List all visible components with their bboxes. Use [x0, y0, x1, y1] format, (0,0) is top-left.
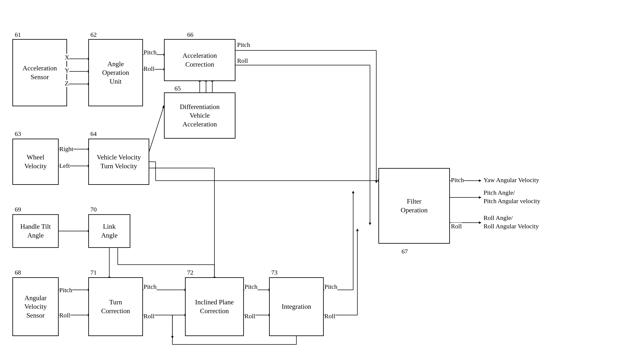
svg-marker-65 — [479, 196, 482, 199]
diagram-container: AccelerationSensor AngleOperationUnit Ac… — [0, 0, 621, 364]
output-roll-angle: Roll Angle/ — [483, 214, 513, 221]
block-71: TurnCorrection — [88, 277, 143, 336]
port-label-right: Right — [59, 145, 73, 152]
ref-num-68: 68 — [15, 269, 21, 276]
port-label-roll-71: Roll — [144, 313, 155, 320]
port-label-left: Left — [59, 162, 70, 169]
svg-marker-63 — [479, 179, 482, 182]
svg-marker-56 — [356, 229, 359, 231]
ref-num-67: 67 — [401, 248, 408, 255]
ref-num-71: 71 — [90, 269, 97, 276]
svg-marker-12 — [375, 181, 378, 183]
block-64: Vehicle VelocityTurn Velocity — [88, 139, 149, 185]
output-yaw: Yaw Angular Velocity — [483, 176, 539, 183]
port-label-pitch-71: Pitch — [144, 283, 157, 290]
port-label-z: Z — [65, 80, 69, 87]
port-label-pitch-73: Pitch — [324, 283, 337, 290]
port-label-pitch-62: Pitch — [144, 49, 157, 56]
block-66: AccelerationCorrection — [164, 39, 235, 81]
ref-num-63: 63 — [15, 130, 21, 137]
output-roll-vel: Roll Angular Velocity — [483, 223, 539, 230]
svg-marker-67 — [479, 221, 482, 224]
port-label-x: X — [65, 54, 69, 61]
block-73: Integration — [269, 277, 324, 336]
svg-line-20 — [149, 107, 164, 151]
ref-num-69: 69 — [15, 206, 21, 213]
block-62: AngleOperationUnit — [88, 39, 143, 106]
port-label-roll-62: Roll — [144, 65, 155, 72]
block-69: Handle TiltAngle — [12, 214, 59, 248]
block-63: WheelVelocity — [12, 139, 59, 185]
port-label-roll-67: Roll — [451, 223, 462, 230]
block-70: LinkAngle — [88, 214, 130, 248]
port-label-roll-73: Roll — [324, 313, 335, 320]
svg-marker-61 — [171, 336, 174, 339]
ref-num-70: 70 — [90, 206, 97, 213]
ref-num-64: 64 — [90, 130, 97, 137]
ref-num-73: 73 — [271, 269, 277, 276]
block-67: FilterOperation — [379, 168, 450, 244]
block-68: AngularVelocitySensor — [12, 277, 59, 336]
ref-num-72: 72 — [187, 269, 193, 276]
ref-num-66: 66 — [187, 31, 193, 38]
block-65: DifferentiationVehicleAcceleration — [164, 92, 235, 139]
port-label-roll-68: Roll — [59, 312, 70, 319]
ref-num-62: 62 — [90, 31, 97, 38]
svg-marker-15 — [369, 223, 371, 225]
port-label-pitch-66: Pitch — [237, 41, 250, 48]
port-label-pitch-68: Pitch — [59, 286, 72, 294]
ref-num-65: 65 — [174, 85, 181, 92]
block-72: Inclined PlaneCorrection — [185, 277, 244, 336]
port-label-y: Y — [65, 67, 69, 74]
port-label-roll-72: Roll — [244, 313, 255, 320]
port-label-pitch-67: Pitch — [451, 176, 464, 183]
port-label-pitch-72: Pitch — [244, 283, 258, 290]
ref-num-61: 61 — [15, 31, 21, 38]
block-61: AccelerationSensor — [12, 39, 67, 106]
port-label-roll-66: Roll — [237, 57, 248, 64]
output-pitch-angle: Pitch Angle/ — [483, 189, 515, 196]
svg-marker-53 — [352, 191, 354, 193]
output-pitch-vel: Pitch Angular velocity — [483, 198, 540, 205]
